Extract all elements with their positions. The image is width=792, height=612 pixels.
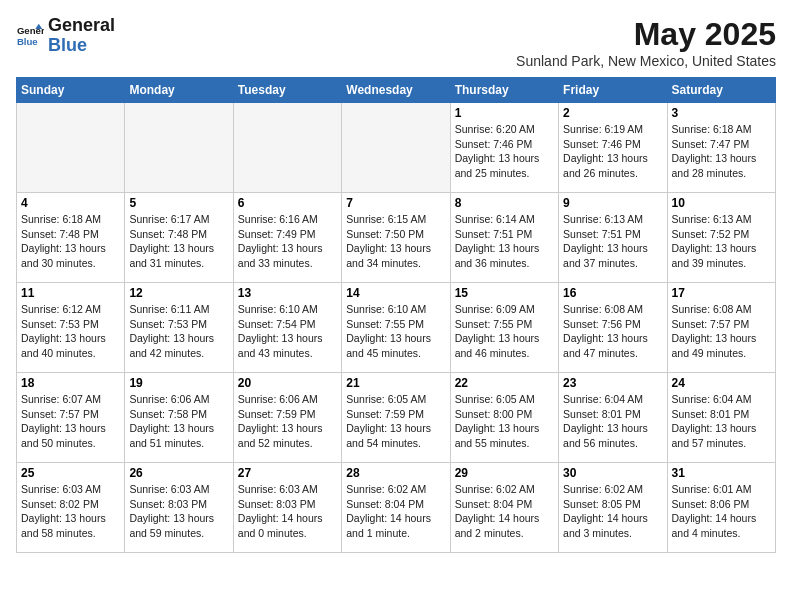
calendar-cell: 20Sunrise: 6:06 AM Sunset: 7:59 PM Dayli…: [233, 373, 341, 463]
day-info: Sunrise: 6:02 AM Sunset: 8:04 PM Dayligh…: [455, 482, 554, 541]
day-number: 19: [129, 376, 228, 390]
calendar-cell: 18Sunrise: 6:07 AM Sunset: 7:57 PM Dayli…: [17, 373, 125, 463]
weekday-header-row: SundayMondayTuesdayWednesdayThursdayFrid…: [17, 78, 776, 103]
calendar-cell: 7Sunrise: 6:15 AM Sunset: 7:50 PM Daylig…: [342, 193, 450, 283]
calendar-cell: 26Sunrise: 6:03 AM Sunset: 8:03 PM Dayli…: [125, 463, 233, 553]
weekday-header-saturday: Saturday: [667, 78, 775, 103]
day-info: Sunrise: 6:05 AM Sunset: 7:59 PM Dayligh…: [346, 392, 445, 451]
calendar-cell: [342, 103, 450, 193]
calendar-cell: 2Sunrise: 6:19 AM Sunset: 7:46 PM Daylig…: [559, 103, 667, 193]
day-info: Sunrise: 6:12 AM Sunset: 7:53 PM Dayligh…: [21, 302, 120, 361]
day-number: 8: [455, 196, 554, 210]
day-number: 28: [346, 466, 445, 480]
calendar-cell: 3Sunrise: 6:18 AM Sunset: 7:47 PM Daylig…: [667, 103, 775, 193]
day-number: 20: [238, 376, 337, 390]
calendar-cell: 28Sunrise: 6:02 AM Sunset: 8:04 PM Dayli…: [342, 463, 450, 553]
calendar-cell: 23Sunrise: 6:04 AM Sunset: 8:01 PM Dayli…: [559, 373, 667, 463]
weekday-header-tuesday: Tuesday: [233, 78, 341, 103]
day-number: 26: [129, 466, 228, 480]
day-info: Sunrise: 6:06 AM Sunset: 7:58 PM Dayligh…: [129, 392, 228, 451]
calendar-cell: 11Sunrise: 6:12 AM Sunset: 7:53 PM Dayli…: [17, 283, 125, 373]
calendar-cell: 13Sunrise: 6:10 AM Sunset: 7:54 PM Dayli…: [233, 283, 341, 373]
day-number: 3: [672, 106, 771, 120]
day-number: 31: [672, 466, 771, 480]
day-info: Sunrise: 6:13 AM Sunset: 7:52 PM Dayligh…: [672, 212, 771, 271]
day-number: 9: [563, 196, 662, 210]
calendar-cell: 9Sunrise: 6:13 AM Sunset: 7:51 PM Daylig…: [559, 193, 667, 283]
day-info: Sunrise: 6:03 AM Sunset: 8:03 PM Dayligh…: [238, 482, 337, 541]
day-info: Sunrise: 6:01 AM Sunset: 8:06 PM Dayligh…: [672, 482, 771, 541]
calendar-cell: 24Sunrise: 6:04 AM Sunset: 8:01 PM Dayli…: [667, 373, 775, 463]
day-info: Sunrise: 6:16 AM Sunset: 7:49 PM Dayligh…: [238, 212, 337, 271]
calendar-cell: 25Sunrise: 6:03 AM Sunset: 8:02 PM Dayli…: [17, 463, 125, 553]
day-number: 25: [21, 466, 120, 480]
day-number: 18: [21, 376, 120, 390]
calendar-cell: 12Sunrise: 6:11 AM Sunset: 7:53 PM Dayli…: [125, 283, 233, 373]
day-info: Sunrise: 6:04 AM Sunset: 8:01 PM Dayligh…: [563, 392, 662, 451]
calendar-cell: [233, 103, 341, 193]
calendar-cell: 4Sunrise: 6:18 AM Sunset: 7:48 PM Daylig…: [17, 193, 125, 283]
day-number: 14: [346, 286, 445, 300]
day-info: Sunrise: 6:08 AM Sunset: 7:56 PM Dayligh…: [563, 302, 662, 361]
calendar-cell: 15Sunrise: 6:09 AM Sunset: 7:55 PM Dayli…: [450, 283, 558, 373]
calendar-cell: 6Sunrise: 6:16 AM Sunset: 7:49 PM Daylig…: [233, 193, 341, 283]
day-number: 21: [346, 376, 445, 390]
day-info: Sunrise: 6:17 AM Sunset: 7:48 PM Dayligh…: [129, 212, 228, 271]
calendar-cell: [125, 103, 233, 193]
day-number: 22: [455, 376, 554, 390]
calendar-week-row: 18Sunrise: 6:07 AM Sunset: 7:57 PM Dayli…: [17, 373, 776, 463]
day-info: Sunrise: 6:02 AM Sunset: 8:05 PM Dayligh…: [563, 482, 662, 541]
calendar-week-row: 25Sunrise: 6:03 AM Sunset: 8:02 PM Dayli…: [17, 463, 776, 553]
day-number: 5: [129, 196, 228, 210]
day-info: Sunrise: 6:09 AM Sunset: 7:55 PM Dayligh…: [455, 302, 554, 361]
day-info: Sunrise: 6:07 AM Sunset: 7:57 PM Dayligh…: [21, 392, 120, 451]
day-number: 2: [563, 106, 662, 120]
day-number: 10: [672, 196, 771, 210]
day-info: Sunrise: 6:18 AM Sunset: 7:48 PM Dayligh…: [21, 212, 120, 271]
day-number: 23: [563, 376, 662, 390]
day-number: 12: [129, 286, 228, 300]
weekday-header-wednesday: Wednesday: [342, 78, 450, 103]
weekday-header-thursday: Thursday: [450, 78, 558, 103]
logo-text: General Blue: [48, 16, 115, 56]
day-info: Sunrise: 6:03 AM Sunset: 8:03 PM Dayligh…: [129, 482, 228, 541]
calendar-week-row: 1Sunrise: 6:20 AM Sunset: 7:46 PM Daylig…: [17, 103, 776, 193]
calendar-cell: 21Sunrise: 6:05 AM Sunset: 7:59 PM Dayli…: [342, 373, 450, 463]
calendar-cell: 30Sunrise: 6:02 AM Sunset: 8:05 PM Dayli…: [559, 463, 667, 553]
day-info: Sunrise: 6:20 AM Sunset: 7:46 PM Dayligh…: [455, 122, 554, 181]
month-title: May 2025: [516, 16, 776, 53]
day-number: 30: [563, 466, 662, 480]
calendar-cell: 5Sunrise: 6:17 AM Sunset: 7:48 PM Daylig…: [125, 193, 233, 283]
calendar-week-row: 4Sunrise: 6:18 AM Sunset: 7:48 PM Daylig…: [17, 193, 776, 283]
calendar-cell: 16Sunrise: 6:08 AM Sunset: 7:56 PM Dayli…: [559, 283, 667, 373]
day-number: 7: [346, 196, 445, 210]
day-info: Sunrise: 6:04 AM Sunset: 8:01 PM Dayligh…: [672, 392, 771, 451]
calendar-cell: 29Sunrise: 6:02 AM Sunset: 8:04 PM Dayli…: [450, 463, 558, 553]
day-info: Sunrise: 6:08 AM Sunset: 7:57 PM Dayligh…: [672, 302, 771, 361]
calendar-cell: 8Sunrise: 6:14 AM Sunset: 7:51 PM Daylig…: [450, 193, 558, 283]
day-info: Sunrise: 6:11 AM Sunset: 7:53 PM Dayligh…: [129, 302, 228, 361]
page-header: General Blue General Blue May 2025 Sunla…: [16, 16, 776, 69]
calendar-table: SundayMondayTuesdayWednesdayThursdayFrid…: [16, 77, 776, 553]
calendar-cell: [17, 103, 125, 193]
day-number: 17: [672, 286, 771, 300]
day-info: Sunrise: 6:05 AM Sunset: 8:00 PM Dayligh…: [455, 392, 554, 451]
weekday-header-sunday: Sunday: [17, 78, 125, 103]
day-info: Sunrise: 6:18 AM Sunset: 7:47 PM Dayligh…: [672, 122, 771, 181]
calendar-cell: 14Sunrise: 6:10 AM Sunset: 7:55 PM Dayli…: [342, 283, 450, 373]
calendar-cell: 1Sunrise: 6:20 AM Sunset: 7:46 PM Daylig…: [450, 103, 558, 193]
title-block: May 2025 Sunland Park, New Mexico, Unite…: [516, 16, 776, 69]
day-number: 4: [21, 196, 120, 210]
day-info: Sunrise: 6:03 AM Sunset: 8:02 PM Dayligh…: [21, 482, 120, 541]
day-info: Sunrise: 6:10 AM Sunset: 7:55 PM Dayligh…: [346, 302, 445, 361]
logo: General Blue General Blue: [16, 16, 115, 56]
day-number: 15: [455, 286, 554, 300]
calendar-cell: 17Sunrise: 6:08 AM Sunset: 7:57 PM Dayli…: [667, 283, 775, 373]
day-info: Sunrise: 6:15 AM Sunset: 7:50 PM Dayligh…: [346, 212, 445, 271]
day-number: 24: [672, 376, 771, 390]
calendar-cell: 19Sunrise: 6:06 AM Sunset: 7:58 PM Dayli…: [125, 373, 233, 463]
day-info: Sunrise: 6:13 AM Sunset: 7:51 PM Dayligh…: [563, 212, 662, 271]
day-info: Sunrise: 6:06 AM Sunset: 7:59 PM Dayligh…: [238, 392, 337, 451]
calendar-cell: 10Sunrise: 6:13 AM Sunset: 7:52 PM Dayli…: [667, 193, 775, 283]
calendar-cell: 27Sunrise: 6:03 AM Sunset: 8:03 PM Dayli…: [233, 463, 341, 553]
